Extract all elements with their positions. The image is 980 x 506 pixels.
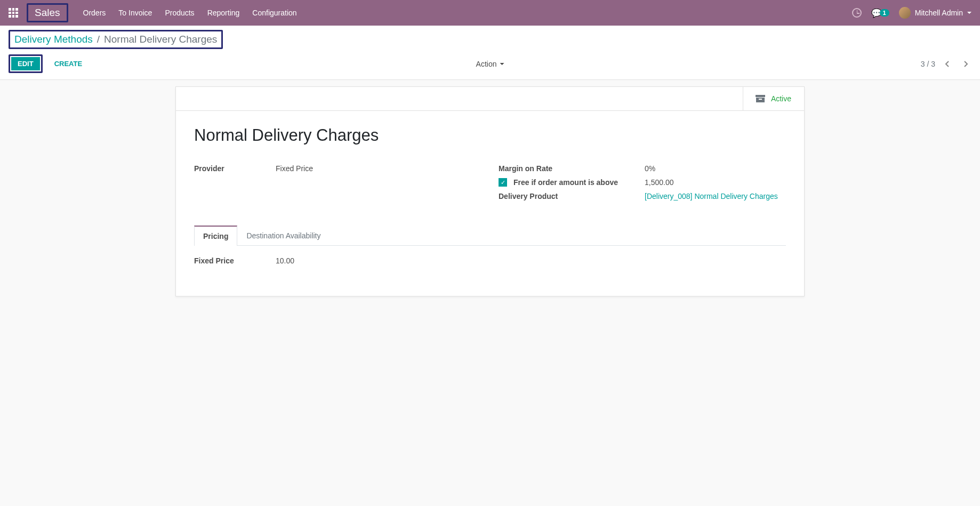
field-free-over: ✓ Free if order amount is above 1,500.00: [499, 178, 786, 187]
nav-products[interactable]: Products: [165, 9, 194, 17]
breadcrumb-current: Normal Delivery Charges: [104, 34, 217, 45]
tab-destination[interactable]: Destination Availability: [237, 226, 330, 246]
record-title: Normal Delivery Charges: [194, 126, 786, 145]
caret-down-icon: [500, 63, 504, 65]
messaging-button[interactable]: 💬 1: [871, 8, 889, 18]
user-menu[interactable]: Mitchell Admin: [899, 7, 971, 19]
fixed-price-value: 10.00: [276, 256, 786, 265]
brand-highlight: Sales: [27, 3, 68, 22]
sheet-top-buttons: Active: [176, 87, 804, 111]
form-columns: Provider Fixed Price Margin on Rate 0% ✓…: [194, 164, 786, 206]
free-over-checkbox[interactable]: ✓: [499, 178, 507, 187]
tab-content-pricing: Fixed Price 10.00: [194, 246, 786, 281]
pager-next-button[interactable]: [960, 58, 971, 70]
field-margin: Margin on Rate 0%: [499, 164, 786, 173]
provider-label: Provider: [194, 164, 276, 173]
field-delivery-product: Delivery Product [Delivery_008] Normal D…: [499, 192, 786, 200]
breadcrumb-separator: /: [97, 34, 100, 45]
nav-menu: Orders To Invoice Products Reporting Con…: [83, 9, 297, 17]
form-container: Active Normal Delivery Charges Provider …: [175, 80, 805, 303]
archive-icon: [756, 95, 765, 102]
active-toggle-button[interactable]: Active: [743, 87, 804, 110]
apps-icon[interactable]: [9, 8, 18, 18]
nav-reporting[interactable]: Reporting: [207, 9, 240, 17]
breadcrumb-parent[interactable]: Delivery Methods: [14, 34, 93, 45]
breadcrumb: Delivery Methods / Normal Delivery Charg…: [14, 34, 217, 45]
avatar: [899, 7, 911, 19]
free-over-label: Free if order amount is above: [513, 178, 618, 187]
chevron-left-icon: [945, 60, 950, 68]
edit-button[interactable]: EDIT: [11, 57, 40, 70]
action-label: Action: [476, 60, 497, 68]
action-dropdown[interactable]: Action: [476, 60, 504, 68]
fixed-price-label: Fixed Price: [194, 256, 276, 265]
chevron-right-icon: [963, 60, 968, 68]
activity-clock-icon[interactable]: [852, 8, 862, 18]
active-label: Active: [771, 94, 791, 103]
field-provider: Provider Fixed Price: [194, 164, 481, 173]
pager: 3 / 3: [921, 58, 971, 70]
nav-right: 💬 1 Mitchell Admin: [852, 7, 971, 19]
delivery-product-link[interactable]: [Delivery_008] Normal Delivery Charges: [645, 192, 786, 200]
form-sheet: Active Normal Delivery Charges Provider …: [175, 86, 805, 296]
tabs-container: Pricing Destination Availability Fixed P…: [194, 225, 786, 281]
free-over-value: 1,500.00: [645, 178, 786, 187]
nav-orders[interactable]: Orders: [83, 9, 106, 17]
pager-text: 3 / 3: [921, 60, 935, 68]
app-brand[interactable]: Sales: [35, 7, 60, 18]
field-fixed-price: Fixed Price 10.00: [194, 256, 786, 265]
user-name: Mitchell Admin: [915, 9, 963, 17]
pager-prev-button[interactable]: [942, 58, 953, 70]
delivery-product-label: Delivery Product: [499, 192, 645, 200]
top-navbar: Sales Orders To Invoice Products Reporti…: [0, 0, 980, 26]
caret-down-icon: [967, 12, 971, 14]
provider-value: Fixed Price: [276, 164, 481, 173]
margin-value: 0%: [645, 164, 786, 173]
sheet-body: Normal Delivery Charges Provider Fixed P…: [176, 111, 804, 296]
message-count-badge: 1: [880, 9, 889, 17]
form-col-left: Provider Fixed Price: [194, 164, 481, 206]
breadcrumb-highlight: Delivery Methods / Normal Delivery Charg…: [9, 30, 223, 49]
tabs-bar: Pricing Destination Availability: [194, 225, 786, 246]
nav-configuration[interactable]: Configuration: [252, 9, 296, 17]
tab-pricing[interactable]: Pricing: [194, 226, 237, 246]
create-button[interactable]: CREATE: [48, 57, 89, 70]
form-col-right: Margin on Rate 0% ✓ Free if order amount…: [499, 164, 786, 206]
nav-to-invoice[interactable]: To Invoice: [118, 9, 152, 17]
control-panel: Delivery Methods / Normal Delivery Charg…: [0, 26, 980, 80]
margin-label: Margin on Rate: [499, 164, 645, 173]
edit-highlight: EDIT: [9, 54, 43, 73]
